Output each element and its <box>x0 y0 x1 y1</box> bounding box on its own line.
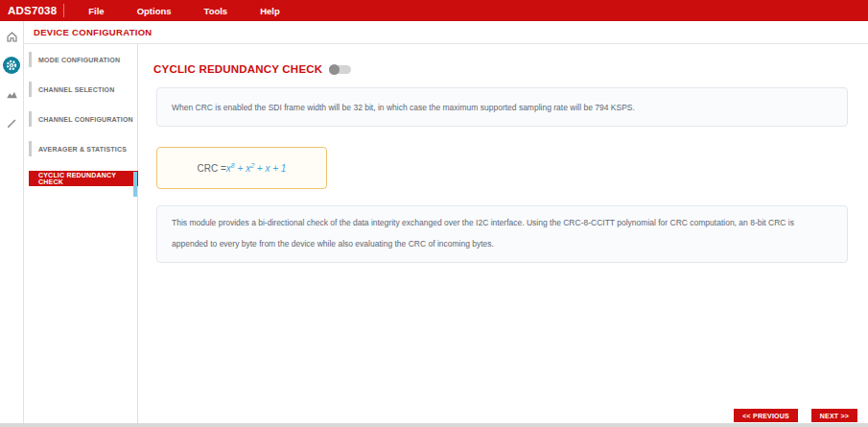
app-title: ADS7038 <box>0 5 63 16</box>
home-icon[interactable] <box>3 28 20 45</box>
top-menu-bar: ADS7038 File Options Tools Help <box>0 0 868 21</box>
brand-divider <box>63 4 64 17</box>
crc-polynomial: x8 + x2 + x + 1 <box>226 162 287 174</box>
crc-description-note: This module provides a bi-directional ch… <box>156 205 848 263</box>
nav-item-channel-selection[interactable]: CHANNEL SELECTION <box>29 82 135 97</box>
crc-info-note: When CRC is enabled the SDI frame width … <box>156 87 848 127</box>
nav-item-cyclic-redundancy-check[interactable]: CYCLIC REDUNDANCY CHECK <box>29 171 138 186</box>
analytics-chart-icon[interactable] <box>3 85 20 103</box>
menu-options[interactable]: Options <box>121 6 188 16</box>
page-title: CYCLIC REDUNDANCY CHECK <box>153 63 322 75</box>
edit-pencil-icon[interactable] <box>3 114 20 131</box>
icon-rail <box>0 21 24 427</box>
wizard-navigation: << PREVIOUS NEXT >> <box>734 409 857 422</box>
crc-content: CYCLIC REDUNDANCY CHECK When CRC is enab… <box>138 44 868 427</box>
config-nav: MODE CONFIGURATION CHANNEL SELECTION CHA… <box>24 44 138 427</box>
horizontal-scrollbar[interactable] <box>0 423 868 427</box>
menu-tools[interactable]: Tools <box>188 6 245 16</box>
menu-help[interactable]: Help <box>244 6 296 16</box>
nav-item-channel-configuration[interactable]: CHANNEL CONFIGURATION <box>29 111 135 127</box>
toggle-knob <box>329 64 340 75</box>
crc-enable-toggle[interactable] <box>329 64 351 75</box>
crc-description-text: This module provides a bi-directional ch… <box>172 212 833 254</box>
device-configuration-panel: DEVICE CONFIGURATION MODE CONFIGURATION … <box>24 21 868 427</box>
nav-item-mode-configuration[interactable]: MODE CONFIGURATION <box>29 52 135 67</box>
crc-formula-prefix: CRC = <box>198 163 226 174</box>
crc-info-note-text: When CRC is enabled the SDI frame width … <box>172 97 635 118</box>
nav-scrollbar-thumb[interactable] <box>133 172 137 197</box>
crc-formula-box: CRC = x8 + x2 + x + 1 <box>156 147 327 189</box>
panel-title: DEVICE CONFIGURATION <box>24 27 152 37</box>
panel-header: DEVICE CONFIGURATION <box>24 21 868 44</box>
previous-button[interactable]: << PREVIOUS <box>734 409 798 422</box>
next-button[interactable]: NEXT >> <box>811 409 857 422</box>
menu-file[interactable]: File <box>72 6 120 16</box>
nav-item-averager-statistics[interactable]: AVERAGER & STATISTICS <box>29 141 135 156</box>
app-window: ADS7038 File Options Tools Help <box>0 0 868 427</box>
settings-gear-icon[interactable] <box>3 57 20 74</box>
